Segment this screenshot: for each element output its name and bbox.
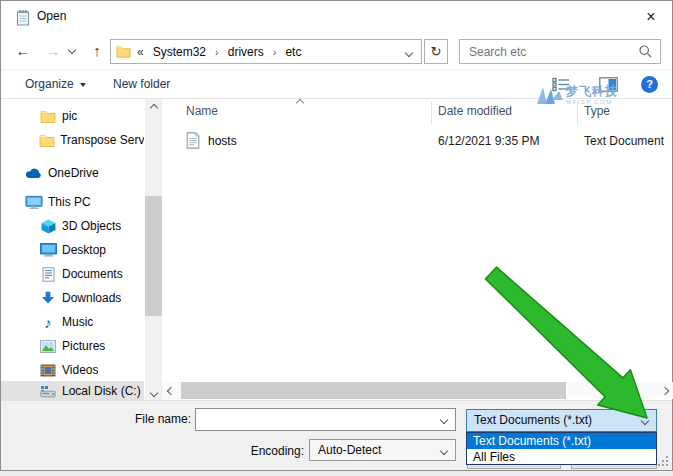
address-bar[interactable]: « System32 › drivers › etc bbox=[110, 39, 422, 64]
sidebar-item-label: Pictures bbox=[62, 339, 105, 353]
file-name-label: File name: bbox=[111, 412, 191, 426]
folder-icon bbox=[39, 110, 57, 123]
details-view-icon[interactable] bbox=[552, 77, 571, 92]
dropdown-option-all-files[interactable]: All Files bbox=[467, 449, 656, 465]
column-divider[interactable] bbox=[577, 102, 578, 125]
search-input[interactable] bbox=[460, 40, 636, 63]
picture-icon bbox=[39, 340, 57, 353]
scroll-down-icon[interactable] bbox=[145, 384, 162, 401]
title-bar: Open × bbox=[1, 1, 672, 33]
close-button[interactable]: × bbox=[636, 3, 666, 31]
resize-grip[interactable] bbox=[656, 454, 670, 468]
sidebar-item-label: Local Disk (C:) bbox=[62, 384, 141, 398]
encoding-combobox[interactable]: Auto-Detect bbox=[309, 439, 456, 461]
sidebar-item-label: 3D Objects bbox=[62, 219, 121, 233]
search-icon[interactable] bbox=[638, 44, 653, 59]
text-file-icon bbox=[186, 132, 200, 149]
scroll-left-icon[interactable] bbox=[162, 382, 179, 399]
sidebar-item-this-pc[interactable]: This PC bbox=[1, 190, 144, 214]
sidebar-item-onedrive[interactable]: OneDrive bbox=[1, 161, 144, 185]
chevron-down-icon[interactable] bbox=[440, 416, 448, 424]
download-arrow-icon bbox=[39, 291, 57, 305]
file-row-hosts[interactable]: hosts 6/12/2021 9:35 PM Text Document bbox=[171, 130, 671, 152]
address-dropdown-icon[interactable] bbox=[405, 49, 413, 57]
sidebar-item-pic[interactable]: pic bbox=[1, 104, 144, 128]
breadcrumb-segment-etc[interactable]: etc bbox=[282, 45, 304, 59]
computer-icon bbox=[25, 195, 43, 210]
notepad-icon bbox=[15, 9, 31, 26]
file-type-dropdown-list: Text Documents (*.txt) All Files bbox=[466, 432, 657, 465]
sidebar-item-label: Music bbox=[62, 315, 93, 329]
breadcrumb-collapsed-indicator[interactable]: « bbox=[137, 45, 144, 59]
file-date-modified: 6/12/2021 9:35 PM bbox=[438, 134, 539, 148]
breadcrumb-segment-system32[interactable]: System32 bbox=[150, 45, 209, 59]
music-note-icon: ♪ bbox=[39, 314, 57, 331]
document-icon bbox=[39, 267, 57, 282]
horizontal-scrollbar-thumb[interactable] bbox=[181, 382, 566, 399]
column-header-date-modified[interactable]: Date modified bbox=[438, 104, 512, 118]
sidebar-item-label: OneDrive bbox=[48, 166, 99, 180]
scroll-right-icon[interactable] bbox=[656, 382, 673, 399]
history-dropdown-icon[interactable] bbox=[68, 46, 76, 54]
scroll-up-icon[interactable] bbox=[145, 99, 162, 116]
window-title: Open bbox=[37, 1, 66, 32]
encoding-selected-value: Auto-Detect bbox=[318, 443, 381, 457]
sidebar-item-documents[interactable]: Documents bbox=[1, 262, 144, 286]
film-icon bbox=[39, 364, 57, 377]
folder-icon bbox=[116, 45, 131, 58]
chevron-down-icon[interactable] bbox=[440, 447, 448, 455]
organize-label: Organize bbox=[25, 77, 74, 91]
sidebar-scrollbar-thumb[interactable] bbox=[145, 196, 162, 316]
preview-pane-icon[interactable] bbox=[599, 77, 618, 92]
sidebar-item-label: Documents bbox=[62, 267, 123, 281]
breadcrumb-segment-drivers[interactable]: drivers bbox=[225, 45, 267, 59]
file-type-combobox[interactable]: Text Documents (*.txt) bbox=[466, 409, 657, 432]
desktop-icon bbox=[39, 243, 57, 257]
forward-button[interactable]: → bbox=[42, 39, 64, 63]
dialog-footer: File name: Text Documents (*.txt) Text D… bbox=[1, 400, 672, 470]
organize-button[interactable]: Organize bbox=[25, 70, 86, 99]
sidebar-item-label: Transpose Servic bbox=[60, 133, 144, 147]
breadcrumb-separator-icon: › bbox=[273, 46, 277, 58]
sidebar-item-label: This PC bbox=[48, 195, 91, 209]
cube-icon bbox=[39, 219, 57, 234]
file-list-horizontal-scrollbar[interactable] bbox=[162, 382, 673, 399]
sidebar-item-transpose-service[interactable]: Transpose Servic bbox=[1, 128, 144, 152]
search-box bbox=[459, 39, 661, 64]
hard-drive-icon bbox=[39, 385, 57, 398]
sidebar-item-music[interactable]: ♪ Music bbox=[1, 310, 144, 334]
dropdown-option-text-documents[interactable]: Text Documents (*.txt) bbox=[467, 433, 656, 449]
up-button[interactable]: ↑ bbox=[86, 39, 108, 63]
help-button[interactable]: ? bbox=[641, 76, 658, 93]
column-header-type[interactable]: Type bbox=[584, 104, 610, 118]
onedrive-cloud-icon bbox=[25, 167, 43, 179]
sidebar-scrollbar[interactable] bbox=[145, 99, 162, 401]
open-dialog-window: Open × ← → ↑ « System32 › drivers › etc … bbox=[0, 0, 673, 471]
column-header-name[interactable]: Name bbox=[186, 104, 218, 118]
sidebar-item-pictures[interactable]: Pictures bbox=[1, 334, 144, 358]
command-bar: Organize New folder bbox=[1, 69, 672, 99]
refresh-button[interactable]: ↻ bbox=[424, 39, 448, 64]
new-folder-button[interactable]: New folder bbox=[113, 70, 170, 99]
sort-ascending-icon bbox=[296, 99, 304, 107]
back-button[interactable]: ← bbox=[12, 39, 34, 63]
sidebar-item-downloads[interactable]: Downloads bbox=[1, 286, 144, 310]
encoding-label: Encoding: bbox=[224, 444, 304, 458]
file-name: hosts bbox=[208, 134, 237, 148]
sidebar-item-label: Desktop bbox=[62, 243, 106, 257]
breadcrumb-separator-icon: › bbox=[215, 46, 219, 58]
file-name-combobox[interactable] bbox=[195, 408, 456, 431]
sidebar-item-desktop[interactable]: Desktop bbox=[1, 238, 144, 262]
sidebar-item-label: Downloads bbox=[62, 291, 121, 305]
column-divider[interactable] bbox=[431, 102, 432, 125]
sidebar-item-3d-objects[interactable]: 3D Objects bbox=[1, 214, 144, 238]
file-name-input[interactable] bbox=[196, 409, 426, 430]
sidebar-item-label: Videos bbox=[62, 363, 98, 377]
sidebar-item-local-disk-c[interactable]: Local Disk (C:) bbox=[1, 381, 144, 401]
file-type-selected-value: Text Documents (*.txt) bbox=[474, 413, 592, 427]
file-type: Text Document bbox=[584, 134, 664, 148]
sidebar-item-videos[interactable]: Videos bbox=[1, 358, 144, 382]
organize-dropdown-icon bbox=[80, 83, 86, 87]
chevron-down-icon[interactable] bbox=[641, 417, 649, 425]
folder-icon bbox=[39, 134, 55, 147]
